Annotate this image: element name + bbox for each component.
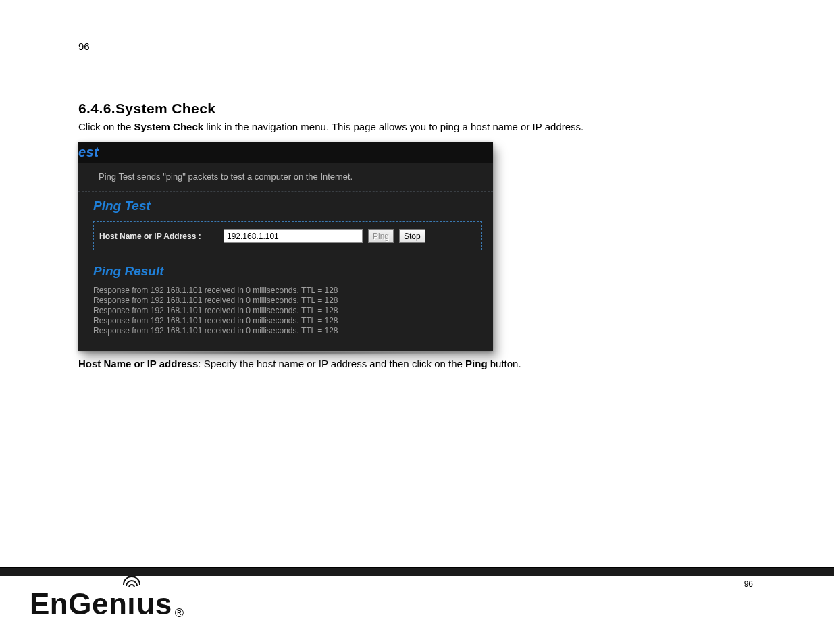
result-line: Response from 192.168.1.101 received in … — [93, 316, 493, 326]
intro-text: Click on the System Check link in the na… — [78, 121, 743, 132]
caption-end: button. — [488, 358, 521, 369]
result-line: Response from 192.168.1.101 received in … — [93, 306, 493, 316]
intro-bold: System Check — [134, 121, 204, 132]
brand-text-part1: EnGen — [30, 587, 127, 621]
result-line: Response from 192.168.1.101 received in … — [93, 286, 493, 296]
page-number-top: 96 — [78, 41, 743, 52]
section-heading: 6.4.6.System Check — [78, 101, 743, 117]
host-input[interactable] — [224, 229, 363, 243]
ping-form-row: Host Name or IP Address : Ping Stop — [93, 221, 482, 250]
host-label: Host Name or IP Address : — [99, 232, 218, 241]
page-footer: 96 EnGen ı us® — [0, 567, 834, 644]
intro-pre: Click on the — [78, 121, 134, 132]
brand-logo: EnGen ı us® — [30, 587, 184, 621]
caption-bold-1: Host Name or IP address — [78, 358, 198, 369]
result-line: Response from 192.168.1.101 received in … — [93, 296, 493, 306]
ping-test-heading: Ping Test — [78, 192, 493, 217]
stop-button[interactable]: Stop — [399, 229, 425, 243]
ping-result-heading: Ping Result — [78, 257, 493, 283]
screenshot-panel: est Ping Test sends "ping" packets to te… — [78, 142, 493, 351]
panel-shadow — [78, 351, 496, 355]
intro-post: link in the navigation menu. This page a… — [203, 121, 583, 132]
brand-text-part2: us — [136, 587, 172, 621]
panel-description: Ping Test sends "ping" packets to test a… — [78, 163, 493, 192]
caption-bold-2: Ping — [465, 358, 488, 369]
caption-mid: : Specify the host name or IP address an… — [198, 358, 465, 369]
registered-icon: ® — [175, 606, 184, 620]
ping-button[interactable]: Ping — [368, 229, 394, 243]
page-number-footer: 96 — [744, 579, 753, 589]
ping-result-block: Response from 192.168.1.101 received in … — [78, 283, 493, 336]
brand-i-icon: ı — [127, 587, 136, 621]
caption-text: Host Name or IP address: Specify the hos… — [78, 358, 743, 369]
wifi-icon — [123, 575, 140, 587]
panel-title: est — [78, 142, 493, 163]
result-line: Response from 192.168.1.101 received in … — [93, 326, 493, 336]
